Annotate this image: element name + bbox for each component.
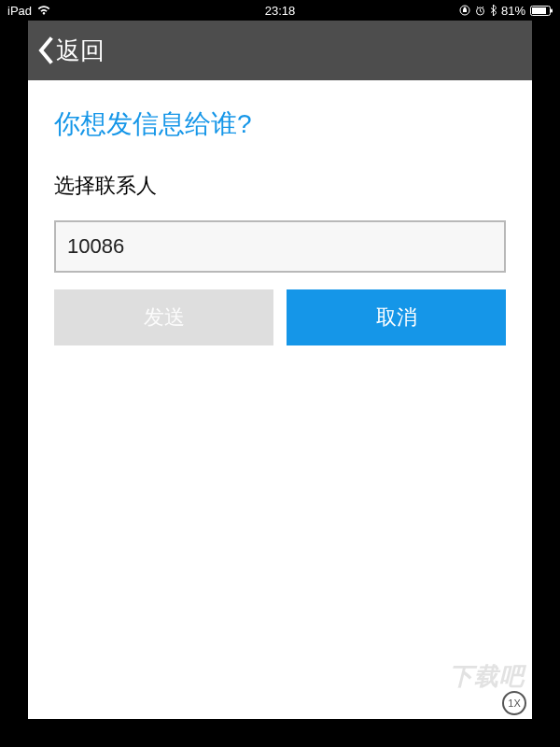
bluetooth-icon [490,5,497,16]
button-row: 发送 取消 [54,289,506,345]
rotation-lock-icon [459,5,470,16]
cancel-button[interactable]: 取消 [287,289,506,345]
nav-bar: 返回 [28,21,532,80]
send-button[interactable]: 发送 [54,289,273,345]
contact-label: 选择联系人 [54,172,506,200]
page-title: 你想发信息给谁? [54,106,506,142]
svg-rect-4 [551,8,553,12]
alarm-icon [475,6,485,16]
device-frame: 返回 你想发信息给谁? 选择联系人 发送 取消 下载吧 1X [0,21,560,747]
back-button[interactable]: 返回 [37,35,105,67]
battery-icon [530,6,553,16]
chevron-left-icon [37,36,54,64]
wifi-icon [37,6,50,15]
device-label: iPad [7,4,32,18]
contact-input[interactable] [54,220,506,273]
content-area: 你想发信息给谁? 选择联系人 发送 取消 [28,80,532,719]
app-window: 返回 你想发信息给谁? 选择联系人 发送 取消 下载吧 1X [28,21,532,719]
status-bar: iPad 23:18 81% [0,0,560,21]
status-time: 23:18 [265,4,296,18]
svg-rect-3 [532,7,546,14]
battery-percent: 81% [501,4,525,18]
zoom-badge: 1X [502,691,526,715]
back-label: 返回 [56,35,105,67]
